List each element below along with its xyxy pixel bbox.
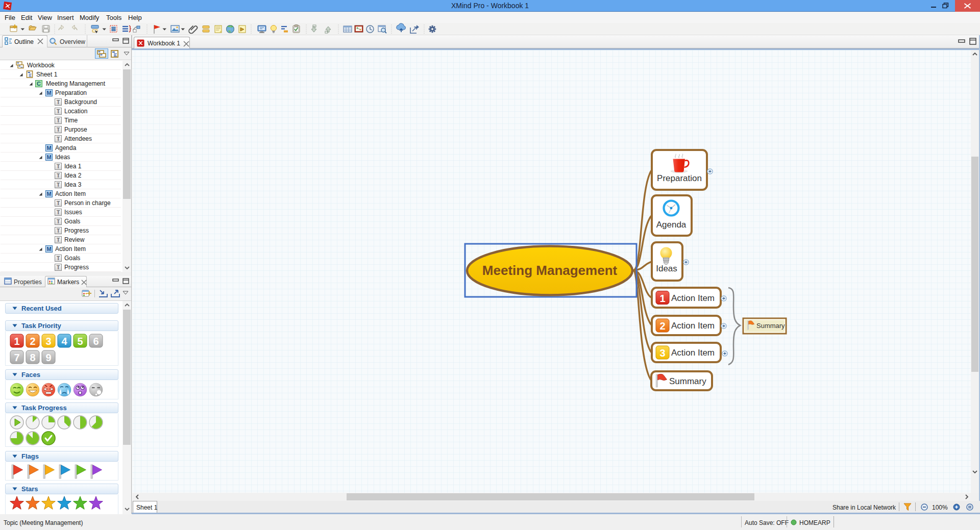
svg-text:Agenda: Agenda [656,220,687,230]
svg-text:Action Item: Action Item [671,348,715,358]
svg-text:Ideas: Ideas [656,264,677,273]
svg-text:Summary: Summary [756,322,785,330]
svg-text:3: 3 [45,336,51,347]
svg-text:9: 9 [45,352,51,363]
svg-text:7: 7 [14,352,19,363]
svg-text:Action Item: Action Item [671,321,715,331]
svg-text:1: 1 [659,293,665,304]
svg-text:6: 6 [93,336,99,347]
svg-text:2: 2 [30,336,35,347]
svg-text:4: 4 [61,336,67,347]
svg-text:Action Item: Action Item [671,293,715,303]
svg-text:2: 2 [659,320,665,332]
svg-text:3: 3 [659,347,665,359]
svg-text:8: 8 [30,352,35,363]
svg-text:Meeting Management: Meeting Management [482,263,618,278]
svg-text:Preparation: Preparation [657,173,702,183]
svg-text:Summary: Summary [669,376,706,386]
svg-text:1: 1 [14,336,19,347]
svg-text:5: 5 [77,336,83,347]
